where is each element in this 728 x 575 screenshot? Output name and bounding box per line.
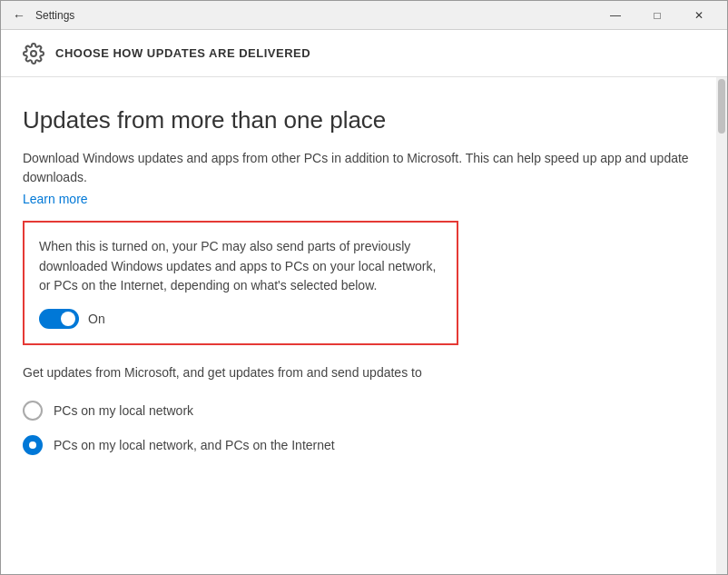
page-title: CHOOSE HOW UPDATES ARE DELIVERED [55,46,310,60]
back-button[interactable]: ← [8,5,30,26]
toggle-track [39,309,79,329]
radio-inner-internet [29,441,36,449]
toggle-thumb [61,312,75,326]
updates-subtext: Get updates from Microsoft, and get upda… [23,363,440,382]
radio-label-local: PCs on my local network [54,403,193,418]
radio-option-internet[interactable]: PCs on my local network, and PCs on the … [23,435,705,455]
close-button[interactable]: ✕ [678,1,720,30]
section-heading: Updates from more than one place [23,106,705,134]
scrollbar-thumb[interactable] [718,79,725,134]
description-text: Download Windows updates and apps from o… [23,149,705,187]
minimize-button[interactable]: — [595,1,636,30]
gear-icon [23,43,44,64]
maximize-button[interactable]: □ [636,1,678,30]
main-content: Updates from more than one place Downloa… [1,77,727,574]
radio-button-internet[interactable] [23,435,43,455]
toggle-row: On [39,309,442,329]
toggle-label: On [88,312,105,326]
radio-button-local[interactable] [23,401,43,421]
window-title: Settings [35,9,595,22]
scrollbar-track[interactable] [716,77,727,574]
window-controls: — □ ✕ [595,1,720,30]
settings-window: ← Settings — □ ✕ CHOOSE HOW UPDATES ARE … [0,0,728,575]
title-bar: ← Settings — □ ✕ [1,1,727,30]
radio-option-local[interactable]: PCs on my local network [23,401,705,421]
radio-label-internet: PCs on my local network, and PCs on the … [54,438,335,452]
warning-text: When this is turned on, your PC may also… [39,237,442,296]
svg-point-0 [31,51,36,56]
warning-box: When this is turned on, your PC may also… [23,221,458,345]
header-bar: CHOOSE HOW UPDATES ARE DELIVERED [1,30,727,77]
learn-more-link[interactable]: Learn more [23,192,88,206]
toggle-switch[interactable] [39,309,79,329]
